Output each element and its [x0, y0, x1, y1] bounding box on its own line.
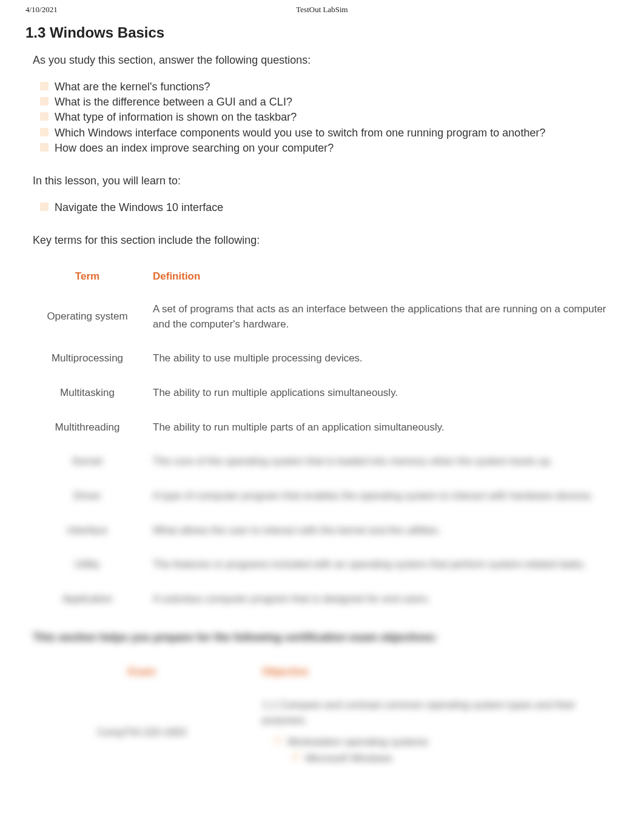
exam-cell: CompTIA 220-1002 [33, 689, 251, 776]
table-header-row: Term Definition [33, 262, 619, 291]
list-item: What are the kernel's functions? [44, 79, 619, 95]
column-header-definition: Definition [142, 262, 619, 291]
term-cell: Multithreading [33, 412, 142, 444]
certification-intro: This section helps you prepare for the f… [33, 631, 619, 644]
definition-cell: The ability to use multiple processing d… [142, 343, 619, 375]
list-item: What is the difference between a GUI and… [44, 95, 619, 110]
table-row: CompTIA 220-1002 1.1 Compare and contras… [33, 689, 619, 776]
table-row: Interface What allows the user to intera… [33, 515, 619, 547]
term-cell: Kernel [33, 446, 142, 478]
table-row: Multiprocessing The ability to use multi… [33, 343, 619, 375]
table-row: Application A subclass computer program … [33, 583, 619, 615]
intro-text: As you study this section, answer the fo… [33, 52, 619, 69]
definition-cell: The ability to run multiple parts of an … [142, 412, 619, 444]
page-header: 4/10/2021 TestOut LabSim [0, 0, 644, 17]
table-row: Kernel The core of the operating system … [33, 446, 619, 478]
section-title: 1.3 Windows Basics [25, 24, 619, 41]
term-cell: Driver [33, 480, 142, 512]
list-item: Which Windows interface components would… [44, 126, 619, 141]
definition-cell: A type of computer program that enables … [142, 480, 619, 512]
list-item: What type of information is shown on the… [44, 110, 619, 125]
learn-intro: In this lesson, you will learn to: [33, 173, 619, 189]
table-row: Multithreading The ability to run multip… [33, 412, 619, 444]
term-cell: Operating system [33, 293, 142, 340]
definition-cell: The ability to run multiple applications… [142, 377, 619, 409]
header-date: 4/10/2021 [25, 5, 58, 15]
definition-cell: The core of the operating system that is… [142, 446, 619, 478]
definition-cell: What allows the user to interact with th… [142, 515, 619, 547]
blurred-certification-section: This section helps you prepare for the f… [25, 631, 619, 779]
column-header-exam: Exam [33, 657, 251, 686]
document-content: 1.3 Windows Basics As you study this sec… [0, 24, 644, 779]
term-cell: Multitasking [33, 377, 142, 409]
objective-sublist: Workstation operating systems Microsoft … [277, 734, 608, 766]
table-row: Utility The features or programs include… [33, 549, 619, 581]
table-row: Multitasking The ability to run multiple… [33, 377, 619, 409]
exam-objectives-table: Exam Objective CompTIA 220-1002 1.1 Comp… [33, 655, 619, 779]
list-item: Navigate the Windows 10 interface [44, 200, 619, 215]
table-row: Operating system A set of programs that … [33, 293, 619, 340]
column-header-objective: Objective [251, 657, 619, 686]
term-cell: Utility [33, 549, 142, 581]
list-item: Microsoft Windows [295, 751, 608, 766]
objective-cell: 1.1 Compare and contrast common operatin… [251, 689, 619, 776]
table-header-row: Exam Objective [33, 657, 619, 686]
term-cell: Multiprocessing [33, 343, 142, 375]
term-cell: Interface [33, 515, 142, 547]
definition-cell: The features or programs included with a… [142, 549, 619, 581]
definition-cell: A set of programs that acts as an interf… [142, 293, 619, 340]
term-cell: Application [33, 583, 142, 615]
list-item: Workstation operating systems [277, 734, 608, 750]
keyterms-intro: Key terms for this section include the f… [33, 232, 619, 249]
list-item: How does an index improve searching on y… [44, 141, 619, 156]
header-title: TestOut LabSim [296, 5, 347, 15]
study-questions-list: What are the kernel's functions? What is… [44, 79, 619, 156]
learn-list: Navigate the Windows 10 interface [44, 200, 619, 215]
key-terms-table: Term Definition Operating system A set o… [33, 260, 619, 617]
column-header-term: Term [33, 262, 142, 291]
definition-cell: A subclass computer program that is desi… [142, 583, 619, 615]
objective-main: 1.1 Compare and contrast common operatin… [262, 699, 575, 726]
table-row: Driver A type of computer program that e… [33, 480, 619, 512]
